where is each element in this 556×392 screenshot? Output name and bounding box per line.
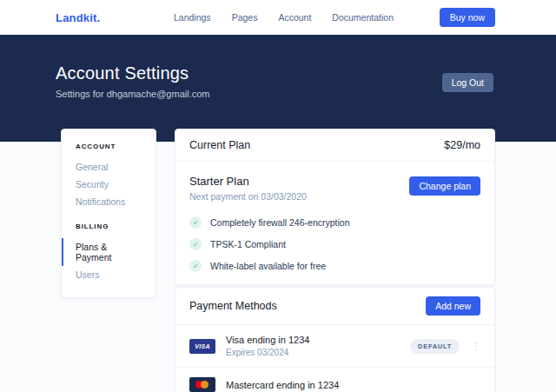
payment-methods-title: Payment Methods <box>189 300 277 312</box>
list-item: ✓ Completely firewall 246-encryption <box>189 216 480 229</box>
nav-links: Landings Pages Account Documentation <box>174 0 394 35</box>
current-plan-card: Current Plan $29/mo Starter Plan Next pa… <box>175 129 495 285</box>
nav-link-account[interactable]: Account <box>278 12 311 23</box>
page-title: Account Settings <box>56 63 189 83</box>
sidebar-heading-account: ACCOUNT <box>62 143 156 150</box>
current-plan-price: $29/mo <box>444 139 480 151</box>
next-payment-text: Next payment on 03/03/2020 <box>189 191 307 202</box>
table-row: Mastercard ending in 1234 <box>175 367 494 392</box>
settings-sidebar: ACCOUNT General Security Notifications B… <box>61 129 156 298</box>
log-out-button[interactable]: Log Out <box>442 73 493 92</box>
payment-methods-header: Payment Methods Add new <box>175 288 494 325</box>
card-info: Mastercard ending in 1234 <box>226 380 480 390</box>
payment-methods-card: Payment Methods Add new VISA Visa ending… <box>175 287 495 392</box>
check-icon: ✓ <box>189 260 202 272</box>
plan-name: Starter Plan <box>189 175 307 188</box>
list-item: ✓ TPSK-1 Compliant <box>189 238 480 250</box>
sidebar-item-notifications[interactable]: Notifications <box>62 193 156 210</box>
kebab-menu-icon[interactable]: ⋮ <box>471 342 480 351</box>
visa-card-icon: VISA <box>189 339 215 354</box>
feature-text: White-label available for free <box>210 261 326 271</box>
nav-link-documentation[interactable]: Documentation <box>332 12 394 23</box>
sidebar-item-security[interactable]: Security <box>62 176 156 193</box>
sidebar-item-general[interactable]: General <box>62 158 156 176</box>
list-item: ✓ White-label available for free <box>189 260 480 272</box>
page-subtitle: Settings for dhgamache@gmail.com <box>56 89 209 99</box>
page: Landkit. Landings Pages Account Document… <box>0 0 556 392</box>
card-name: Visa ending in 1234 <box>226 335 410 345</box>
plan-features-list: ✓ Completely firewall 246-encryption ✓ T… <box>189 216 480 272</box>
navbar: Landkit. Landings Pages Account Document… <box>0 0 556 35</box>
card-name: Mastercard ending in 1234 <box>226 380 480 390</box>
nav-link-pages[interactable]: Pages <box>232 12 258 23</box>
table-row: VISA Visa ending in 1234 Expires 03/2024… <box>175 325 494 367</box>
brand-logo[interactable]: Landkit. <box>56 11 100 24</box>
change-plan-button[interactable]: Change plan <box>409 176 480 196</box>
plan-summary: Starter Plan Next payment on 03/03/2020 <box>189 175 307 202</box>
add-new-button[interactable]: Add new <box>426 296 480 316</box>
mastercard-card-icon <box>189 377 215 392</box>
sidebar-divider <box>62 210 156 223</box>
status-badge: DEFAULT <box>410 339 460 354</box>
card-expiry: Expires 03/2024 <box>226 348 410 357</box>
buy-now-button[interactable]: Buy now <box>440 8 495 27</box>
current-plan-body: Starter Plan Next payment on 03/03/2020 … <box>175 162 494 284</box>
card-info: Visa ending in 1234 Expires 03/2024 <box>226 335 410 357</box>
sidebar-item-users[interactable]: Users <box>62 266 156 283</box>
feature-text: TPSK-1 Compliant <box>210 239 286 249</box>
feature-text: Completely firewall 246-encryption <box>210 217 350 228</box>
nav-link-landings[interactable]: Landings <box>174 12 211 23</box>
hero-banner: Account Settings Settings for dhgamache@… <box>0 35 556 142</box>
sidebar-item-plans-payment[interactable]: Plans & Payment <box>62 238 156 266</box>
plan-summary-row: Starter Plan Next payment on 03/03/2020 … <box>189 175 480 202</box>
current-plan-title: Current Plan <box>189 139 250 151</box>
check-icon: ✓ <box>189 238 202 250</box>
current-plan-header: Current Plan $29/mo <box>175 130 494 162</box>
sidebar-heading-billing: BILLING <box>62 223 156 230</box>
check-icon: ✓ <box>189 216 202 229</box>
